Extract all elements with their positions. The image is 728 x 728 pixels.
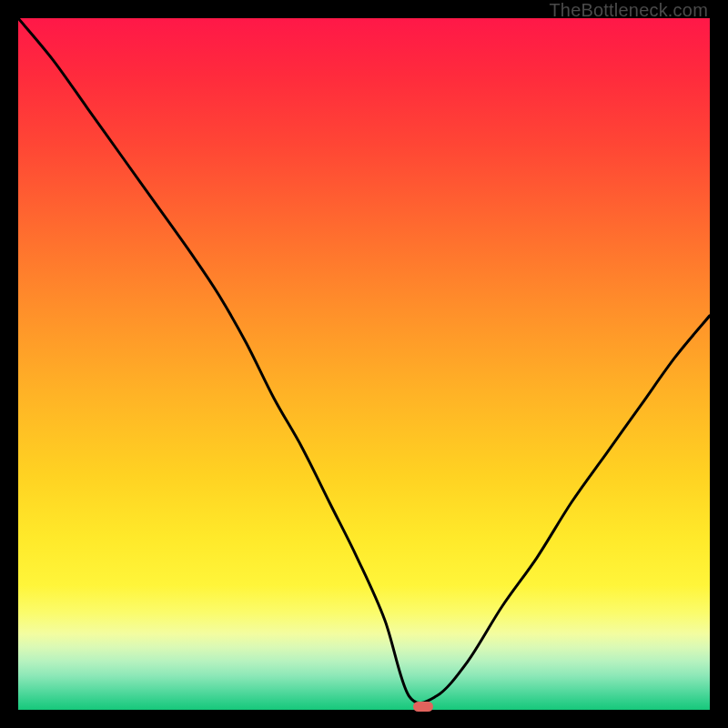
- plot-area: [18, 18, 710, 710]
- optimal-marker: [413, 702, 433, 712]
- bottleneck-curve: [18, 18, 710, 710]
- chart-frame: TheBottleneck.com: [0, 0, 728, 728]
